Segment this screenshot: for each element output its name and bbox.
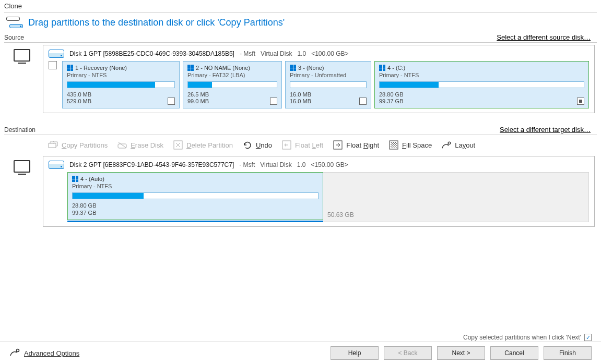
source-disk-name: Disk 1 GPT [5898BE25-CDC0-469C-9393-3045… (69, 50, 234, 57)
partition-used: 26.5 MB (187, 91, 209, 98)
float-left-button[interactable]: Float Left (281, 140, 323, 150)
float-left-icon (281, 140, 292, 150)
windows-icon (187, 65, 194, 71)
undo-button[interactable]: Undo (242, 140, 272, 150)
windows-icon (290, 65, 296, 71)
copy-partitions-button[interactable]: Copy Partitions (48, 140, 108, 150)
monitor-icon (14, 49, 30, 62)
page-title: Clone (0, 0, 601, 12)
copy-next-label: Copy selected partitions when I click 'N… (463, 334, 581, 341)
partition-sub: Primary - NTFS (67, 72, 175, 78)
select-different-target-link[interactable]: Select a different target disk… (500, 126, 591, 134)
windows-icon (67, 65, 73, 71)
select-different-source-link[interactable]: Select a different source disk… (497, 33, 591, 41)
svg-point-6 (448, 142, 451, 144)
partition-checkbox[interactable] (359, 98, 367, 105)
source-disk-version: 1.0 (297, 50, 306, 57)
dest-disk-version: 1.0 (297, 161, 306, 168)
wrench-icon (9, 348, 21, 358)
destination-panel: Disk 2 GPT [6E883FC9-1ABD-4543-9F46-357E… (43, 156, 595, 226)
partition-sub: Primary - NTFS (72, 183, 319, 189)
partition-checkbox[interactable] (270, 98, 277, 105)
source-label: Source (4, 34, 24, 41)
partition-used: 435.0 MB (67, 91, 91, 98)
partition-card[interactable]: 2 - NO NAME (None) Primary - FAT32 (LBA)… (183, 61, 282, 108)
monitor-icon (14, 160, 30, 173)
svg-rect-0 (49, 143, 56, 148)
partition-used: 28.80 GB (72, 202, 96, 209)
partition-total: 99.0 MB (187, 98, 209, 105)
free-space-region[interactable]: 50.63 GB (323, 172, 589, 222)
partition-title: 2 - NO NAME (None) (196, 65, 250, 71)
undo-icon (242, 140, 253, 150)
select-all-partitions-checkbox[interactable] (49, 61, 57, 69)
partition-checkbox[interactable] (168, 98, 175, 105)
destination-label: Destination (4, 126, 36, 134)
partition-title: 4 - (C:) (387, 65, 405, 71)
next-button[interactable]: Next > (437, 346, 485, 360)
source-disk-vendor: - Msft (240, 50, 255, 57)
partition-total: 16.0 MB (290, 98, 311, 105)
partition-title: 4 - (Auto) (80, 176, 104, 182)
dest-disk-size: <150.00 GB> (311, 161, 348, 168)
erase-disk-button[interactable]: Erase Disk (117, 140, 163, 150)
disk-stack-icon (6, 16, 23, 29)
layout-button[interactable]: Layout (441, 140, 475, 150)
windows-icon (379, 65, 385, 71)
selection-underline (67, 221, 323, 222)
help-button[interactable]: Help (331, 346, 379, 360)
svg-rect-1 (118, 144, 126, 148)
windows-icon (72, 176, 78, 182)
partition-total: 529.0 MB (67, 98, 91, 105)
copy-partitions-icon (48, 140, 58, 150)
drive-icon (49, 50, 64, 58)
float-right-icon (333, 140, 343, 150)
partition-used: 16.0 MB (290, 91, 311, 98)
finish-button[interactable]: Finish (544, 346, 592, 360)
copy-next-checkbox[interactable]: ✓ (584, 334, 592, 341)
drive-icon (49, 161, 64, 169)
partition-card[interactable]: 4 - (C:) Primary - NTFS 28.80 GB 99.37 G… (374, 61, 589, 108)
partition-title: 1 - Recovery (None) (75, 65, 127, 71)
advanced-options-link[interactable]: Advanced Options (9, 348, 79, 358)
instruction-text: Drag partitions to the destination disk … (28, 17, 285, 28)
partition-sub: Primary - Unformatted (290, 72, 367, 78)
delete-partition-button[interactable]: Delete Partition (173, 140, 233, 150)
back-button[interactable]: < Back (384, 346, 432, 360)
dest-disk-vendor: - Msft (239, 161, 255, 168)
layout-icon (441, 140, 452, 150)
dest-disk-type: Virtual Disk (260, 161, 291, 168)
delete-partition-icon (173, 140, 183, 150)
source-panel: Disk 1 GPT [5898BE25-CDC0-469C-9393-3045… (43, 45, 595, 113)
fill-space-icon (388, 140, 399, 150)
partition-card[interactable]: 4 - (Auto) Primary - NTFS 28.80 GB 99.37… (67, 172, 323, 220)
dest-disk-name: Disk 2 GPT [6E883FC9-1ABD-4543-9F46-357E… (69, 161, 234, 168)
cancel-button[interactable]: Cancel (490, 346, 538, 360)
free-space-label: 50.63 GB (327, 211, 354, 219)
source-disk-size: <100.00 GB> (311, 50, 348, 57)
partition-card[interactable]: 1 - Recovery (None) Primary - NTFS 435.0… (62, 61, 180, 108)
source-disk-type: Virtual Disk (261, 50, 292, 57)
partition-used: 28.80 GB (379, 91, 403, 98)
partition-card[interactable]: 3 - (None) Primary - Unformatted 16.0 MB… (285, 61, 371, 108)
partition-sub: Primary - NTFS (379, 72, 584, 78)
partition-title: 3 - (None) (298, 65, 324, 71)
svg-point-7 (17, 349, 19, 351)
fill-space-button[interactable]: Fill Space (388, 140, 432, 150)
partition-checkbox[interactable] (577, 98, 584, 105)
partition-total: 99.37 GB (379, 98, 403, 105)
partition-total: 99.37 GB (72, 210, 96, 216)
float-right-button[interactable]: Float Right (333, 140, 379, 150)
erase-disk-icon (117, 140, 127, 150)
partition-sub: Primary - FAT32 (LBA) (187, 72, 277, 78)
